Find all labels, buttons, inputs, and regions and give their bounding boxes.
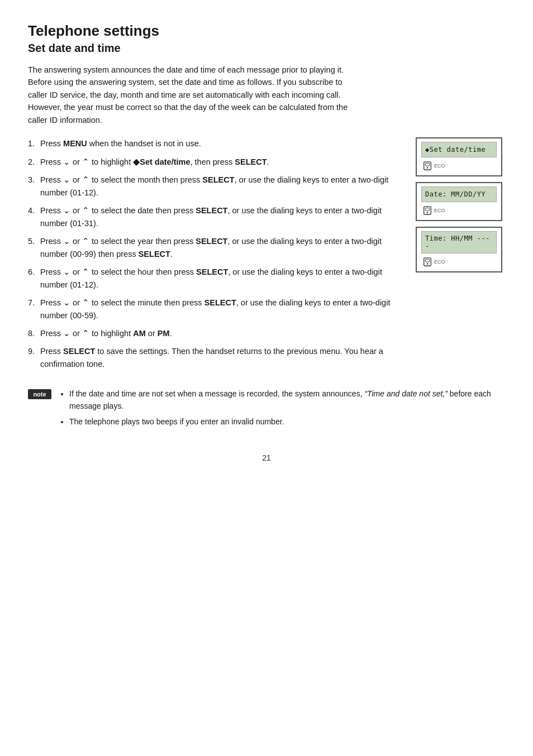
step-item: 4.Press ⌄ or ⌃ to select the date then p…: [28, 204, 404, 229]
sub-title: Set date and time: [28, 42, 505, 55]
step-item: 5.Press ⌄ or ⌃ to select the year then p…: [28, 235, 404, 260]
note-content: If the date and time are not set when a …: [59, 388, 505, 431]
step-number: 7.: [28, 296, 40, 309]
screen-display: Time: HH/MM ----: [421, 231, 497, 253]
svg-point-2: [427, 168, 429, 169]
screen-box: Time: HH/MM ---- ECO: [416, 227, 502, 272]
screen-box: Date: MM/DD/YY ECO: [416, 182, 502, 221]
steps-list: 1.Press MENU when the handset is not in …: [28, 137, 404, 370]
step-number: 3.: [28, 174, 40, 186]
svg-rect-7: [425, 260, 429, 262]
step-number: 5.: [28, 235, 40, 247]
step-text: Press ⌄ or ⌃ to select the hour then pre…: [40, 266, 404, 291]
eco-row: ECO: [421, 161, 497, 171]
note-badge: note: [28, 389, 51, 399]
screen-display: ◆Set date/time: [421, 142, 497, 157]
eco-icon: ECO: [422, 257, 445, 267]
step-number: 9.: [28, 345, 40, 357]
step-number: 8.: [28, 327, 40, 339]
eco-icon: ECO: [422, 205, 445, 216]
eco-label: ECO: [434, 259, 445, 265]
eco-icon: ECO: [422, 161, 445, 171]
step-text: Press SELECT to save the settings. Then …: [40, 345, 404, 370]
step-text: Press ⌄ or ⌃ to select the minute then p…: [40, 296, 404, 322]
note-section: note If the date and time are not set wh…: [28, 388, 505, 431]
step-item: 7.Press ⌄ or ⌃ to select the minute then…: [28, 296, 404, 322]
eco-row: ECO: [421, 257, 497, 267]
step-text: Press ⌄ or ⌃ to highlight ◆Set date/time…: [40, 156, 404, 168]
intro-paragraph: The answering system announces the date …: [28, 64, 358, 126]
eco-label: ECO: [434, 208, 445, 213]
phone-eco-svg: [422, 161, 432, 171]
step-item: 2.Press ⌄ or ⌃ to highlight ◆Set date/ti…: [28, 156, 404, 168]
note-item: If the date and time are not set when a …: [69, 388, 505, 412]
svg-point-5: [427, 212, 429, 214]
note-list: If the date and time are not set when a …: [59, 388, 505, 428]
svg-rect-1: [425, 164, 429, 166]
screen-display: Date: MM/DD/YY: [421, 186, 497, 202]
svg-rect-4: [425, 208, 429, 211]
main-title: Telephone settings: [28, 22, 505, 40]
step-item: 6.Press ⌄ or ⌃ to select the hour then p…: [28, 266, 404, 291]
eco-label: ECO: [434, 163, 445, 169]
svg-point-8: [427, 264, 429, 265]
step-item: 3.Press ⌄ or ⌃ to select the month then …: [28, 174, 404, 199]
step-item: 9.Press SELECT to save the settings. The…: [28, 345, 404, 370]
phone-eco-svg: [422, 257, 432, 267]
eco-row: ECO: [421, 205, 497, 216]
steps-column: 1.Press MENU when the handset is not in …: [28, 137, 404, 376]
step-text: Press ⌄ or ⌃ to select the date then pre…: [40, 204, 404, 229]
note-item: The telephone plays two beeps if you ent…: [69, 416, 505, 428]
step-item: 1.Press MENU when the handset is not in …: [28, 137, 404, 150]
step-item: 8.Press ⌄ or ⌃ to highlight AM or PM.: [28, 327, 404, 339]
content-area: 1.Press MENU when the handset is not in …: [28, 137, 505, 376]
step-text: Press ⌄ or ⌃ to select the month then pr…: [40, 174, 404, 199]
step-text: Press ⌄ or ⌃ to highlight AM or PM.: [40, 327, 404, 339]
step-number: 6.: [28, 266, 40, 278]
step-text: Press ⌄ or ⌃ to select the year then pre…: [40, 235, 404, 260]
page-number: 21: [28, 453, 505, 462]
step-number: 1.: [28, 137, 40, 150]
step-text: Press MENU when the handset is not in us…: [40, 137, 404, 150]
step-number: 4.: [28, 204, 40, 217]
phone-eco-svg: [422, 205, 432, 216]
step-number: 2.: [28, 156, 40, 168]
screens-column: ◆Set date/time ECO Date: MM/DD/YY ECO Ti…: [416, 137, 505, 272]
screen-box: ◆Set date/time ECO: [416, 137, 502, 176]
